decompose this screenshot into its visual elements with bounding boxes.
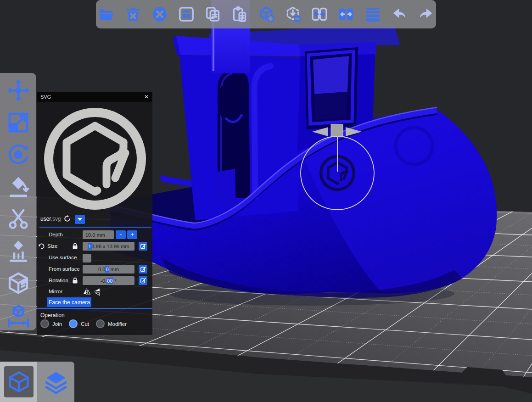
radio-join[interactable] [40, 319, 49, 328]
undo-button[interactable] [389, 4, 409, 24]
depth-input[interactable]: 10.0 mm [83, 230, 114, 239]
delete-all-icon [151, 5, 169, 23]
radio-join-label[interactable]: Join [52, 321, 62, 327]
gizmo-handle[interactable] [331, 124, 343, 136]
scale-tool-button[interactable] [6, 110, 31, 135]
open-folder-icon [97, 5, 116, 23]
size-row: Size 13.96 x 13.96 mm [37, 242, 152, 252]
reset-icon[interactable] [38, 243, 45, 250]
copy-icon [204, 5, 222, 23]
window-pane-lower [314, 92, 347, 120]
copy-button[interactable] [203, 4, 223, 24]
editor-3d-view-button[interactable] [0, 362, 37, 402]
rotation-label: Rotation [49, 278, 68, 283]
layers-preview-button[interactable] [37, 362, 74, 402]
from-surface-edit-button[interactable] [139, 265, 147, 274]
split-parts-icon [337, 5, 355, 23]
undo-icon [390, 5, 409, 23]
depth-plus-button[interactable]: + [127, 230, 137, 239]
face-the-camera-button[interactable]: Face the camera [47, 297, 91, 307]
scale-icon [6, 110, 31, 135]
operation-options: Join Cut Modifier [40, 319, 149, 328]
add-instance-button[interactable] [256, 4, 276, 24]
depth-label: Depth [49, 232, 63, 237]
arrange-button[interactable] [176, 4, 196, 24]
left-toolbar [0, 73, 36, 330]
lock-icon[interactable] [72, 277, 78, 284]
radio-cut-label[interactable]: Cut [81, 321, 89, 327]
paint-supports-icon [6, 239, 31, 263]
mirror-row: Mirror [37, 287, 152, 297]
svg-dialog[interactable]: SVG ✕ user.svg Depth [37, 92, 152, 335]
close-icon[interactable]: ✕ [144, 94, 149, 100]
variable-layer-height-button[interactable] [363, 4, 383, 24]
top-toolbar [96, 0, 436, 28]
delete-button[interactable] [123, 4, 143, 24]
svg-preview [37, 102, 152, 213]
measure-tool-button[interactable] [6, 302, 31, 328]
text-selection: 0 [105, 266, 109, 273]
depth-minus-button[interactable]: - [116, 230, 126, 239]
measure-icon [6, 303, 31, 328]
remove-instance-button[interactable] [283, 4, 303, 24]
separator [39, 227, 151, 228]
paint-supports-tool-button[interactable] [6, 238, 31, 264]
radio-modifier-label[interactable]: Modifier [108, 321, 127, 327]
window-pane-upper [313, 56, 349, 94]
split-objects-icon [310, 5, 329, 23]
use-surface-checkbox[interactable] [83, 254, 91, 262]
text-selection: 1 [88, 243, 91, 250]
file-dropdown-button[interactable] [75, 215, 85, 224]
arrange-icon [177, 5, 196, 23]
operation-label: Operation [40, 312, 65, 318]
from-surface-input[interactable]: 0.00 mm [83, 265, 134, 274]
place-on-face-tool-button[interactable] [6, 174, 31, 200]
use-surface-label: Use surface [49, 255, 77, 260]
split-objects-button[interactable] [309, 4, 330, 24]
dialog-titlebar[interactable]: SVG ✕ [37, 92, 152, 102]
paste-button[interactable] [230, 4, 250, 24]
refresh-icon[interactable] [63, 215, 71, 223]
chevron-down-icon [78, 218, 82, 221]
separator [37, 308, 152, 309]
seam-tool-button[interactable] [6, 270, 31, 296]
mirror-x-icon[interactable] [83, 288, 91, 296]
delete-all-button[interactable] [150, 4, 170, 24]
radio-cut[interactable] [69, 319, 78, 328]
open-folder-button[interactable] [96, 4, 117, 24]
size-edit-button[interactable] [139, 242, 147, 251]
cut-tool-button[interactable] [6, 206, 31, 232]
dialog-title: SVG [40, 94, 51, 100]
lock-icon[interactable] [72, 243, 78, 250]
radio-modifier[interactable] [96, 319, 105, 328]
add-instance-icon [257, 5, 275, 23]
remove-instance-icon [284, 5, 302, 23]
split-parts-button[interactable] [336, 4, 356, 24]
mirror-label: Mirror [49, 289, 62, 294]
file-extension: .svg [51, 216, 61, 222]
redo-icon [417, 5, 435, 23]
variable-layer-height-icon [364, 5, 382, 23]
rotate-tool-button[interactable] [6, 142, 31, 168]
cube-3d-icon [7, 370, 31, 394]
rotation-row: Rotation -0.00 ° [37, 276, 152, 286]
rotation-input[interactable]: -0.00 ° [83, 276, 134, 285]
size-label: Size [47, 243, 57, 249]
from-surface-row: From surface 0.00 mm [37, 265, 152, 275]
move-tool-button[interactable] [6, 78, 31, 103]
from-surface-label: From surface [49, 266, 80, 272]
application-window: SVG ✕ user.svg Depth [0, 0, 532, 402]
place-on-face-icon [6, 174, 31, 199]
move-icon [6, 78, 31, 103]
view-mode-switch [0, 362, 74, 402]
file-name: user.svg [40, 216, 61, 222]
redo-button[interactable] [416, 4, 436, 24]
layers-icon [43, 369, 69, 395]
delete-icon [124, 5, 142, 23]
rotation-edit-button[interactable] [139, 276, 147, 285]
mirror-y-icon[interactable] [93, 288, 101, 296]
file-row: user.svg [37, 215, 152, 225]
use-surface-row: Use surface [37, 253, 152, 263]
size-input[interactable]: 13.96 x 13.96 mm [83, 242, 134, 251]
text-selection: 00 [106, 278, 113, 284]
